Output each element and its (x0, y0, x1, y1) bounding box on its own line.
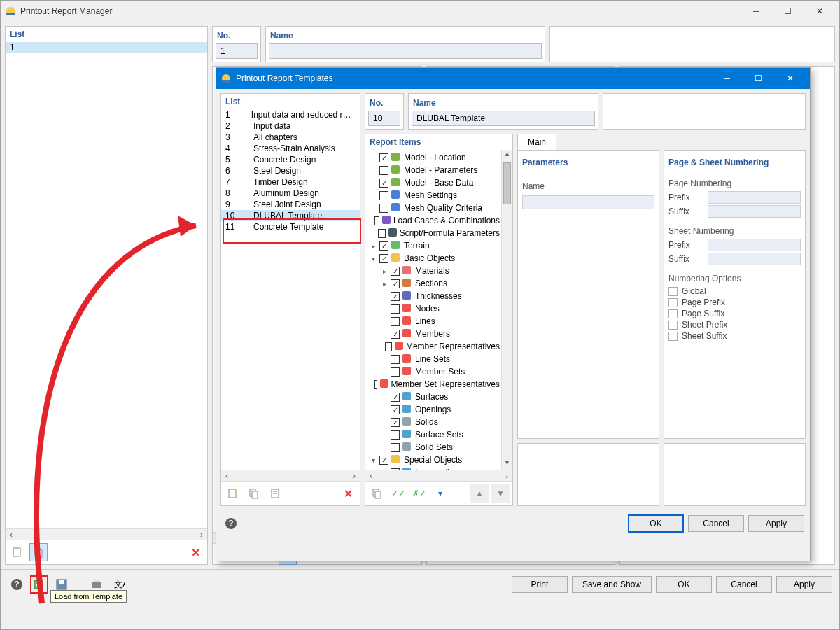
tree-row[interactable]: ▾Basic Objects (367, 252, 500, 265)
tree-checkbox[interactable] (391, 304, 400, 314)
dlg-help-icon[interactable]: ? (222, 514, 240, 533)
tree-row[interactable]: Mesh Settings (367, 189, 500, 202)
tree-checkbox[interactable] (391, 279, 400, 288)
tree-checkbox[interactable] (391, 368, 400, 377)
main-cancel-button[interactable]: Cancel (716, 576, 772, 593)
tree-row[interactable]: Model - Base Data (367, 176, 500, 189)
new-item-icon[interactable] (8, 543, 27, 561)
chk-global[interactable] (668, 287, 678, 296)
dlg-paste-icon[interactable] (266, 484, 284, 503)
main-name-input[interactable] (269, 43, 542, 59)
dlg-cancel-button[interactable]: Cancel (688, 515, 744, 532)
tree-checkbox[interactable] (391, 292, 400, 301)
dlg-list-row[interactable]: 7Timber Design (221, 176, 360, 188)
main-ok-button[interactable]: OK (656, 576, 712, 593)
tree-checkbox[interactable] (391, 418, 400, 427)
dlg-list-row[interactable]: 8Aluminum Design (221, 188, 360, 199)
dlg-list-row[interactable]: 10DLUBAL Template (221, 210, 360, 221)
tree-checkbox[interactable] (374, 216, 379, 225)
tree-checkbox[interactable] (391, 355, 400, 364)
expand-icon[interactable]: ▸ (380, 280, 388, 288)
dialog-minimize-button[interactable]: ─ (711, 68, 743, 89)
dlg-list-row[interactable]: 9Steel Joint Design (221, 199, 360, 210)
tree-checkbox[interactable] (378, 229, 386, 238)
dlg-list-row[interactable]: 2Input data (221, 120, 360, 132)
dialog-close-button[interactable]: ✕ (774, 68, 806, 89)
tree-row[interactable]: Solids (367, 416, 500, 428)
sheet-suffix-input[interactable] (708, 253, 801, 265)
tree-checkbox[interactable] (374, 380, 377, 389)
tree-checkbox[interactable] (379, 153, 388, 162)
expand-icon[interactable]: ▾ (369, 456, 377, 464)
sheet-prefix-input[interactable] (708, 239, 801, 251)
tree-checkbox[interactable] (391, 317, 400, 326)
tree-row[interactable]: ▸Sections (367, 277, 500, 290)
chk-page-prefix[interactable] (668, 298, 678, 307)
tree-checkbox[interactable] (385, 342, 392, 351)
tree-checkbox[interactable] (391, 405, 400, 414)
tree-row[interactable]: Member Set Representatives (367, 378, 500, 391)
tree-checkbox[interactable] (379, 178, 388, 188)
dlg-list-row[interactable]: 1Input data and reduced results (221, 109, 360, 120)
dlg-list-row[interactable]: 11Concrete Template (221, 221, 360, 232)
tree-checkbox[interactable] (379, 166, 388, 175)
dlg-no-input[interactable] (368, 111, 400, 126)
dlg-list-row[interactable]: 6Steel Design (221, 165, 360, 176)
tree-checkbox[interactable] (391, 443, 400, 452)
tree-vscroll[interactable]: ▲ ▼ (501, 150, 512, 470)
dlg-list-row[interactable]: 5Concrete Design (221, 154, 360, 165)
print-button[interactable]: Print (512, 576, 568, 593)
minimize-button[interactable]: ─ (741, 1, 772, 22)
tree-row[interactable]: ▸Materials (367, 265, 500, 277)
help-icon[interactable]: ? (8, 575, 26, 594)
copy-item-icon[interactable] (29, 543, 48, 561)
dlg-apply-button[interactable]: Apply (748, 515, 804, 532)
main-apply-button[interactable]: Apply (776, 576, 832, 593)
tree-row[interactable]: Mesh Quality Criteria (367, 202, 500, 214)
dlg-copy-icon[interactable] (245, 484, 263, 503)
close-button[interactable]: ✕ (804, 1, 835, 22)
param-name-input[interactable] (522, 195, 654, 209)
main-list-row[interactable]: 1 (6, 42, 207, 53)
tree-row[interactable]: Model - Location (367, 151, 500, 164)
tree-row[interactable]: Thicknesses (367, 290, 500, 302)
tree-row[interactable]: Member Representatives (367, 340, 500, 353)
save-show-button[interactable]: Save and Show (572, 576, 652, 593)
tree-hscroll[interactable]: ‹› (365, 470, 512, 481)
tree-up-icon[interactable]: ▲ (470, 484, 489, 503)
tree-row[interactable]: Line Sets (367, 353, 500, 365)
tree-row[interactable]: ▾Special Objects (367, 454, 500, 466)
tree-checkbox[interactable] (391, 330, 400, 339)
load-from-template-icon[interactable] (30, 575, 48, 594)
tree-row[interactable]: Lines (367, 315, 500, 328)
expand-icon[interactable]: ▸ (369, 242, 377, 250)
tree-row[interactable]: Surfaces (367, 391, 500, 403)
main-no-input[interactable] (216, 43, 258, 59)
dlg-delete-icon[interactable]: ✕ (339, 484, 357, 503)
tree-checkbox[interactable] (379, 241, 388, 251)
main-list-hscroll[interactable]: ‹› (6, 528, 207, 540)
tree-uncheck-all-icon[interactable]: ✗✓ (410, 484, 428, 503)
page-suffix-input[interactable] (708, 205, 801, 218)
dlg-ok-button[interactable]: OK (628, 514, 684, 533)
tree-checkbox[interactable] (379, 456, 388, 465)
dialog-list-hscroll[interactable]: ‹› (221, 470, 360, 481)
tree-row[interactable]: Script/Formula Parameters (367, 227, 500, 239)
tab-main[interactable]: Main (517, 134, 556, 150)
chk-sheet-suffix[interactable] (668, 332, 678, 341)
tree-check-all-icon[interactable]: ✓✓ (389, 484, 407, 503)
tree-row[interactable]: Solid Sets (367, 441, 500, 454)
expand-icon[interactable]: ▸ (380, 267, 388, 275)
tree-checkbox[interactable] (391, 267, 400, 276)
expand-icon[interactable]: ▾ (369, 255, 377, 262)
tree-checkbox[interactable] (379, 204, 388, 213)
tree-down-icon[interactable]: ▼ (491, 484, 510, 503)
tree-row[interactable]: Surface Sets (367, 428, 500, 441)
tree-checkbox[interactable] (379, 254, 388, 263)
tree-checkbox[interactable] (391, 430, 400, 440)
tree-row[interactable]: ▸Terrain (367, 239, 500, 252)
maximize-button[interactable]: ☐ (772, 1, 804, 22)
tree-row[interactable]: Members (367, 328, 500, 340)
tree-row[interactable]: Nodes (367, 302, 500, 315)
dlg-list-row[interactable]: 3All chapters (221, 132, 360, 143)
